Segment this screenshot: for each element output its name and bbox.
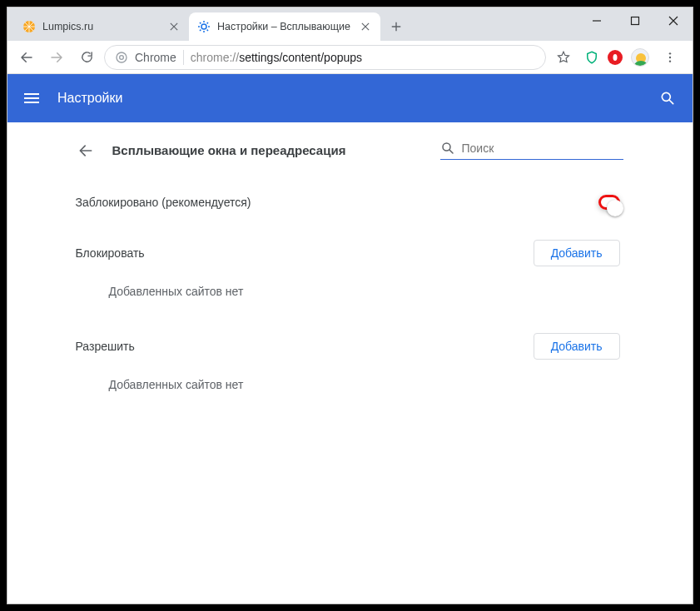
svg-point-7 (669, 56, 671, 57)
page-title: Всплывающие окна и переадресация (112, 143, 346, 157)
block-section-title: Блокировать (76, 246, 145, 260)
new-tab-button[interactable] (384, 14, 409, 39)
svg-point-10 (443, 143, 450, 151)
browser-tab-active[interactable]: Настройки – Всплывающие окн (189, 12, 380, 41)
block-empty-message: Добавленных сайтов нет (76, 273, 625, 326)
header-search-button[interactable] (659, 90, 676, 107)
window-minimize-button[interactable] (578, 7, 616, 34)
svg-point-3 (117, 52, 127, 62)
block-add-button[interactable]: Добавить (534, 240, 620, 266)
blocked-toggle-label: Заблокировано (рекомендуется) (76, 196, 251, 209)
search-icon (440, 141, 455, 156)
favicon-orange-icon (22, 20, 36, 33)
back-arrow-icon[interactable] (77, 142, 94, 159)
window-close-button[interactable] (654, 7, 693, 34)
settings-search[interactable] (440, 141, 623, 160)
tab-title: Lumpics.ru (42, 21, 161, 32)
settings-header: Настройки (7, 74, 693, 122)
window-maximize-button[interactable] (616, 7, 654, 34)
profile-avatar[interactable] (631, 48, 649, 67)
allow-add-button[interactable]: Добавить (534, 333, 620, 360)
browser-menu-button[interactable] (658, 45, 683, 70)
browser-tab[interactable]: Lumpics.ru (14, 12, 189, 41)
svg-point-6 (669, 52, 671, 54)
chrome-icon (115, 51, 128, 64)
svg-point-8 (669, 60, 671, 62)
settings-content: Всплывающие окна и переадресация Заблоки… (7, 122, 693, 604)
svg-point-4 (120, 55, 124, 59)
browser-toolbar: Chrome chrome://settings/content/popups (7, 41, 693, 74)
browser-tabstrip: Lumpics.ru Настройки – Всплывающие окн (7, 7, 693, 41)
nav-back-button[interactable] (14, 45, 39, 70)
omnibox-origin-label: Chrome (135, 51, 176, 64)
omnibox-url: chrome://settings/content/popups (191, 51, 362, 64)
svg-point-1 (201, 24, 206, 29)
extension-opera-icon[interactable] (608, 50, 623, 65)
search-input[interactable] (462, 142, 623, 155)
tab-title: Настройки – Всплывающие окн (217, 21, 352, 32)
svg-point-9 (662, 92, 670, 101)
app-title: Настройки (57, 91, 122, 106)
allow-empty-message: Добавленных сайтов нет (76, 366, 625, 420)
highlight-annotation (598, 195, 620, 210)
nav-forward-button[interactable] (44, 45, 69, 70)
bookmark-star-icon[interactable] (551, 45, 576, 70)
svg-point-5 (613, 54, 618, 61)
menu-icon[interactable] (24, 93, 39, 103)
close-icon[interactable] (167, 20, 181, 33)
allow-section-title: Разрешить (76, 340, 135, 353)
close-icon[interactable] (359, 20, 372, 33)
extension-shield-icon[interactable] (584, 50, 599, 65)
nav-reload-button[interactable] (74, 45, 99, 70)
address-bar[interactable]: Chrome chrome://settings/content/popups (104, 45, 546, 70)
divider (183, 50, 184, 65)
favicon-gear-icon (197, 20, 211, 33)
svg-rect-2 (632, 17, 639, 25)
